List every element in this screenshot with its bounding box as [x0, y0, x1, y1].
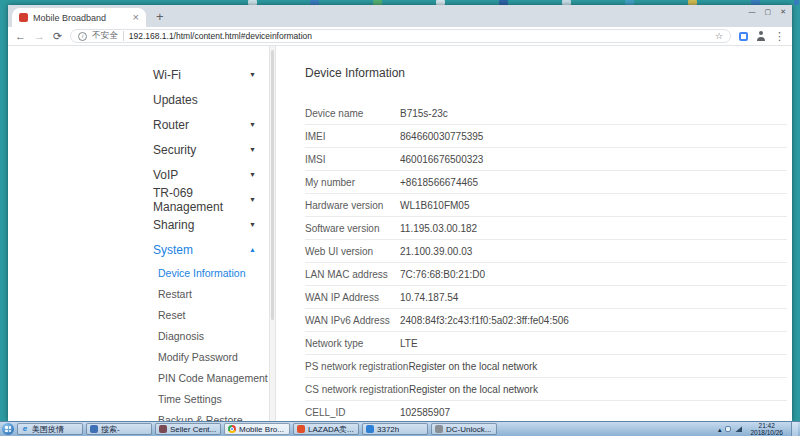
sidebar-subitem-modify-password[interactable]: Modify Password	[143, 346, 268, 367]
sidebar-subitem-reset[interactable]: Reset	[143, 304, 268, 325]
row-label: My number	[305, 177, 400, 188]
url-text[interactable]: 192.168.1.1/html/content.html#deviceinfo…	[129, 31, 710, 41]
chevron-up-icon: ▲	[249, 246, 256, 253]
row-value: 460016676500323	[400, 154, 483, 165]
address-divider	[123, 31, 124, 41]
modem-app-icon	[366, 425, 374, 433]
tab-close-icon[interactable]: ×	[133, 12, 139, 23]
extension-icon[interactable]	[739, 32, 748, 41]
sidebar-item-label: Security	[153, 143, 196, 157]
table-row: IMEI 864660030775395	[305, 125, 787, 148]
row-value: 10.74.187.54	[400, 292, 458, 303]
bookmark-star-icon[interactable]: ☆	[715, 31, 723, 41]
desktop-icon[interactable]	[794, 0, 799, 5]
taskbar-item-lazada[interactable]: LAZADA卖...	[293, 423, 359, 435]
menu-icon[interactable]: ⋮	[774, 31, 785, 42]
address-bar[interactable]: i 不安全 192.168.1.1/html/content.html#devi…	[70, 29, 731, 43]
device-info-table: Device name B715s-23c IMEI 8646600307753…	[305, 102, 787, 421]
row-label: Device name	[305, 108, 400, 119]
sidebar-subitem-pin-code[interactable]: PIN Code Management	[143, 367, 268, 388]
sidebar-scrollbar[interactable]	[269, 46, 276, 421]
taskbar-item-3372h[interactable]: 3372h	[362, 423, 428, 435]
row-label: CELL_ID	[305, 407, 400, 418]
row-value: 2408:84f3:2c43:f1f0:5a02:3ff:fe04:506	[400, 315, 569, 326]
show-desktop-button[interactable]	[791, 422, 798, 436]
tray-app-icon[interactable]	[725, 426, 731, 432]
table-row: Hardware version WL1B610FM05	[305, 194, 787, 217]
forward-icon[interactable]: →	[34, 31, 45, 42]
network-icon[interactable]	[735, 426, 742, 432]
page-title: Device Information	[305, 46, 787, 80]
tab-favicon	[19, 13, 28, 22]
table-row: PS network registration Register on the …	[305, 355, 787, 378]
clock-time: 21:42	[750, 422, 783, 429]
row-value: Register on the local network	[409, 384, 538, 395]
table-row: LAN MAC address 7C:76:68:B0:21:D0	[305, 263, 787, 286]
windows-logo-icon	[5, 426, 11, 432]
browser-tab[interactable]: Mobile Broadband ×	[12, 8, 146, 27]
row-value: 864660030775395	[400, 131, 483, 142]
window-minimize-icon[interactable]: —	[749, 8, 756, 15]
site-info-icon[interactable]: i	[78, 32, 87, 41]
sidebar-item-tr069[interactable]: TR-069 Management ▼	[143, 187, 268, 212]
tab-title: Mobile Broadband	[33, 13, 128, 23]
row-label: Hardware version	[305, 200, 400, 211]
search-icon	[90, 425, 98, 433]
sidebar-item-security[interactable]: Security ▼	[143, 137, 268, 162]
table-row: My number +8618566674465	[305, 171, 787, 194]
sidebar-item-updates[interactable]: Updates	[143, 87, 268, 112]
taskbar-item-search[interactable]: 搜索-	[86, 423, 152, 435]
sidebar-item-label: System	[153, 243, 193, 257]
taskbar-item-seller-center[interactable]: Seller Cent...	[155, 423, 221, 435]
table-row: IMSI 460016676500323	[305, 148, 787, 171]
chevron-down-icon: ▼	[249, 71, 256, 78]
browser-toolbar: ← → ⟳ i 不安全 192.168.1.1/html/content.htm…	[8, 27, 792, 46]
sidebar-subitem-restart[interactable]: Restart	[143, 283, 268, 304]
sidebar-item-label: Sharing	[153, 218, 194, 232]
scrollbar-thumb[interactable]	[271, 50, 274, 320]
window-close-icon[interactable]: ✕	[780, 8, 786, 15]
taskbar-item-dc-unlocker[interactable]: DC-Unlock...	[431, 423, 497, 435]
window-controls: — ▢ ✕	[749, 8, 787, 15]
taskbar-item-ie[interactable]: e 美国疫情	[17, 423, 83, 435]
table-row: Network type LTE	[305, 332, 787, 355]
row-label: LAN MAC address	[305, 269, 400, 280]
chevron-down-icon: ▼	[249, 146, 256, 153]
table-row: CELL_ID 102585907	[305, 401, 787, 421]
chrome-icon	[228, 425, 236, 433]
window-icon	[159, 425, 167, 433]
taskbar-clock[interactable]: 21:42 2018/10/26	[746, 422, 787, 436]
sidebar-item-voip[interactable]: VoIP ▼	[143, 162, 268, 187]
reload-icon[interactable]: ⟳	[53, 31, 62, 42]
table-row: CS network registration Register on the …	[305, 378, 787, 401]
sidebar-subitem-device-information[interactable]: Device Information	[143, 262, 268, 283]
sidebar: Wi-Fi ▼ Updates Router ▼ Security ▼ VoIP…	[143, 62, 268, 421]
new-tab-icon[interactable]: +	[156, 10, 164, 23]
profile-icon[interactable]	[756, 31, 766, 41]
sidebar-item-router[interactable]: Router ▼	[143, 112, 268, 137]
sidebar-subitem-diagnosis[interactable]: Diagnosis	[143, 325, 268, 346]
system-tray: ▴ 21:42 2018/10/26	[718, 422, 798, 436]
sidebar-item-wifi[interactable]: Wi-Fi ▼	[143, 62, 268, 87]
hidden-icons-chevron-icon[interactable]: ▴	[718, 426, 722, 433]
taskbar-item-chrome[interactable]: Mobile Bro...	[224, 423, 290, 435]
main-content: Device Information Device name B715s-23c…	[305, 46, 787, 421]
sidebar-item-system[interactable]: System ▲	[143, 237, 268, 262]
sidebar-subitem-clipped[interactable]: Backup & Restore	[143, 409, 268, 421]
back-icon[interactable]: ←	[15, 31, 26, 42]
sidebar-item-sharing[interactable]: Sharing ▼	[143, 212, 268, 237]
ie-icon: e	[21, 425, 29, 433]
window-maximize-icon[interactable]: ▢	[765, 8, 772, 15]
row-value: 21.100.39.00.03	[400, 246, 472, 257]
row-value: 102585907	[400, 407, 450, 418]
row-label: PS network registration	[305, 361, 408, 372]
row-label: Network type	[305, 338, 400, 349]
row-label: Software version	[305, 223, 400, 234]
start-button[interactable]	[2, 423, 14, 435]
chevron-down-icon: ▼	[249, 221, 256, 228]
clock-date: 2018/10/26	[750, 429, 783, 436]
sidebar-subitem-time-settings[interactable]: Time Settings	[143, 388, 268, 409]
table-row: Web UI version 21.100.39.00.03	[305, 240, 787, 263]
router-admin-page: Wi-Fi ▼ Updates Router ▼ Security ▼ VoIP…	[8, 46, 792, 421]
dc-unlocker-icon	[435, 425, 443, 433]
